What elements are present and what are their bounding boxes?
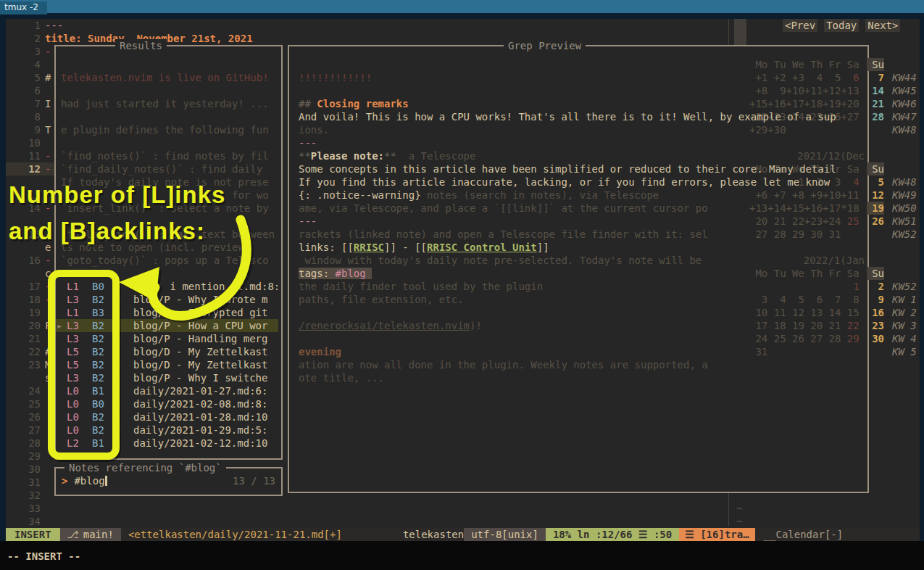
calendar-week-days[interactable]: +22+23+24+25+26+27 — [749, 110, 860, 123]
statusline: INSERT ⎇main! <ettelkasten/daily/2021-11… — [6, 528, 920, 541]
calendar-week-days[interactable]: 10 11 12 13 14 15 — [749, 306, 860, 319]
calendar-week-days[interactable]: 24 25 26 27 28 29 — [749, 332, 860, 345]
results-entry[interactable]: L0B1⬇daily/2021-01-27.md:6: — [56, 384, 278, 397]
scrollbar-thumb[interactable] — [734, 19, 746, 45]
tab-indicator: ☰ [16]tra… — [679, 528, 754, 541]
prompt-window: Notes referencing `#blog` >#blog 13 / 13 — [54, 467, 283, 496]
calendar-week-days[interactable]: 20 21 22+23+24 25 — [749, 215, 860, 228]
git-branch-label: main! — [83, 529, 114, 540]
calendar-window-status: __Calendar[-] — [755, 528, 920, 541]
results-entry[interactable]: L5B2⬇blog/D - My Zettelkast — [56, 345, 278, 358]
prompt-query: #blog — [74, 475, 104, 487]
git-branch-icon: ⎇ — [67, 529, 79, 540]
encoding-indicator: utf-8[unix] — [464, 528, 546, 541]
calendar-day[interactable]: 19 — [867, 202, 884, 215]
calendar-day[interactable]: 30 — [867, 332, 884, 345]
results-entry[interactable]: L1B3⬇blog/P - Encrypted git — [56, 306, 278, 319]
text-cursor-icon — [105, 476, 107, 486]
tmux-title: tmux -2 — [0, 1, 47, 15]
calendar-day[interactable]: 5 — [867, 175, 884, 189]
calendar-week-days[interactable]: 31 — [749, 345, 767, 358]
calendar-week-days[interactable]: +29+30 — [749, 123, 786, 136]
mode-message: -- INSERT -- — [7, 550, 80, 563]
results-entry[interactable]: L3B2⬇blog/P - Why I wrote m — [56, 293, 278, 306]
cursor-position: 18% ln :12/66 ☰ :50 — [546, 528, 679, 541]
calendar-week-days[interactable]: 17 18 19 20 21 22 — [749, 319, 860, 332]
results-entry[interactable]: L3B2⬇blog/P - Handling merg — [56, 332, 278, 345]
calendar-weekday-su: Su — [867, 267, 884, 280]
calendar-weekday-header: Mo Tu We Th Fr Sa — [749, 162, 860, 175]
command-line-area: -- INSERT -- — [0, 541, 924, 570]
terminal-screen: tmux -2 1---2title: Sunday, November 21s… — [0, 0, 924, 570]
calendar-week-days[interactable]: +6 +7 +8 +9+10+11 — [749, 189, 860, 202]
result-counter: 13 / 13 — [233, 474, 275, 487]
calendar-day[interactable]: 28 — [867, 110, 884, 123]
prompt-title: Notes referencing `#blog` — [64, 461, 226, 474]
calendar-day[interactable]: 16 — [867, 306, 884, 319]
results-entry[interactable]: L0B2⬇daily/2021-01-28.md:10 — [56, 410, 278, 424]
results-entry[interactable]: L3B2⬇blog/P - Why I switche — [56, 371, 278, 384]
calendar-day[interactable]: 26 — [867, 215, 884, 228]
calendar-weekday-su: Su — [867, 58, 884, 71]
filename: <ettelkasten/daily/2021-11-21.md[+] — [121, 528, 349, 541]
calendar-week-days[interactable]: +1 +2 +3 4 5 6 — [749, 71, 860, 84]
calendar-day[interactable]: 21 — [867, 97, 884, 110]
calendar-weekday-header: Mo Tu We Th Fr Sa — [749, 58, 860, 71]
calendar-day[interactable]: 12 — [867, 189, 884, 202]
calendar-day[interactable]: 2 — [867, 280, 884, 293]
results-entry[interactable]: ▸L3B2⬇blog/P - How a CPU wor — [56, 319, 278, 332]
prompt-caret: > — [62, 475, 67, 487]
calendar-week-days[interactable]: 27 28 29 30 31 — [749, 228, 841, 241]
calendar-day[interactable]: 7 — [867, 71, 884, 84]
results-entry[interactable]: L0B0⬇daily/2021-02-08.md:8: — [56, 397, 278, 410]
calendar-next-button[interactable]: Next> — [865, 19, 900, 32]
calendar-today-button[interactable]: Today — [824, 19, 859, 32]
results-entry[interactable]: L1B0⬇ i mention it.md:8: — [56, 280, 278, 293]
results-entry[interactable]: L0B2⬇daily/2021-01-29.md:5: — [56, 424, 278, 437]
preview-title: Grep Preview — [504, 39, 586, 52]
results-title: Results — [115, 39, 167, 52]
calendar-week-days[interactable]: +8 9+10+11+12+13 — [749, 84, 860, 97]
mode-indicator: INSERT — [6, 528, 60, 541]
calendar-weekday-header: Mo Tu We Th Fr Sa — [749, 267, 860, 280]
calendar-day[interactable]: 14 — [867, 84, 884, 97]
tmux-titlebar: tmux -2 — [0, 0, 924, 13]
calendar-weekday-su: Su — [867, 162, 884, 175]
calendar-week-days[interactable]: +15+16+17+18+19+20 — [749, 97, 860, 110]
calendar-day[interactable]: 23 — [867, 319, 884, 332]
git-branch: ⎇main! — [60, 528, 121, 541]
results-entry[interactable]: L2B1⬇daily/2021-02-12.md:10 — [56, 437, 278, 450]
calendar-nav: <Prev Today Next> — [783, 19, 900, 32]
calendar-week-days[interactable]: 3 4 5 6 7 8 — [749, 293, 860, 306]
search-input[interactable]: >#blog 13 / 13 — [62, 474, 277, 487]
calendar-week-days[interactable]: 1 2 3 4 — [749, 175, 860, 189]
results-entry[interactable]: L5B2⬇blog/D - My Zettelkast — [56, 358, 278, 371]
calendar-day[interactable]: 9 — [867, 293, 884, 306]
plugin-name: telekasten — [403, 528, 464, 541]
calendar-week-days[interactable]: 1 — [749, 280, 860, 293]
calendar-week-days[interactable]: +13+14+15+16+17*18 — [749, 202, 860, 215]
calendar-prev-button[interactable]: <Prev — [783, 19, 817, 32]
